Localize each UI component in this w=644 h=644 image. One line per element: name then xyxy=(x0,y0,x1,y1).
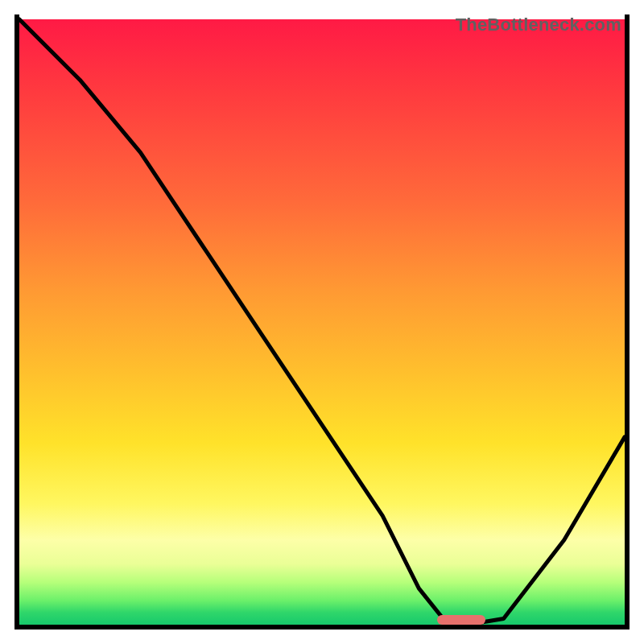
bottleneck-curve xyxy=(19,19,625,625)
watermark-text: TheBottleneck.com xyxy=(456,14,621,35)
right-axis-line xyxy=(625,14,630,630)
valley-marker xyxy=(437,615,485,625)
plot-region xyxy=(19,19,625,625)
x-axis-line xyxy=(14,625,630,630)
y-axis-line xyxy=(14,14,19,630)
chart: TheBottleneck.com xyxy=(14,14,630,630)
curve-svg xyxy=(19,19,625,625)
